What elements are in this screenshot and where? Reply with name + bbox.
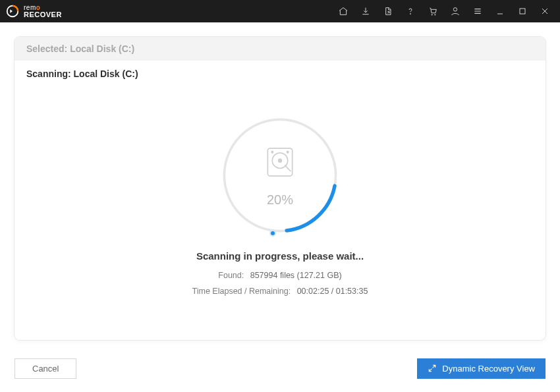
maximize-icon[interactable]	[511, 0, 534, 22]
export-icon[interactable]	[377, 0, 399, 22]
svg-point-11	[271, 151, 273, 152]
scan-status-message: Scanning in progress, please wait...	[196, 250, 364, 262]
svg-point-2	[432, 14, 432, 15]
progress-percent: 20%	[267, 192, 293, 208]
svg-point-1	[410, 14, 411, 14]
svg-point-10	[279, 159, 282, 162]
minimize-icon[interactable]	[489, 0, 511, 22]
svg-point-3	[435, 14, 435, 15]
time-label: Time Elapsed / Remaining:	[192, 287, 291, 296]
found-label: Found:	[218, 271, 244, 280]
scan-body: 20% Scanning in progress, please wait...…	[14, 87, 546, 340]
time-value: 00:02:25 / 01:53:35	[297, 287, 368, 296]
content-area: Selected: Local Disk (C:) Scanning: Loca…	[0, 22, 560, 354]
selected-header: Selected: Local Disk (C:)	[14, 37, 546, 61]
close-icon[interactable]	[534, 0, 556, 22]
titlebar-actions	[332, 0, 556, 22]
scanning-header: Scanning: Local Disk (C:)	[14, 61, 546, 87]
logo-text: remo RECOVER	[24, 4, 62, 18]
hard-drive-icon	[262, 144, 298, 183]
cart-icon[interactable]	[422, 0, 444, 22]
svg-point-4	[453, 8, 457, 11]
app-logo: remo RECOVER	[5, 4, 62, 18]
footer: Cancel Dynamic Recovery View	[0, 345, 560, 392]
scan-card: Selected: Local Disk (C:) Scanning: Loca…	[14, 37, 546, 340]
home-icon[interactable]	[332, 0, 354, 22]
scan-meta: Found: 857994 files (127.21 GB) Time Ela…	[192, 268, 368, 300]
progress-ring: 20%	[221, 116, 339, 235]
user-icon[interactable]	[444, 0, 466, 22]
svg-rect-5	[520, 9, 525, 14]
titlebar: remo RECOVER	[0, 0, 560, 22]
svg-point-12	[287, 151, 289, 152]
logo-icon	[5, 4, 20, 18]
menu-icon[interactable]	[466, 0, 489, 22]
help-icon[interactable]	[399, 0, 422, 22]
found-value: 857994 files (127.21 GB)	[250, 271, 342, 280]
download-update-icon[interactable]	[354, 0, 377, 22]
cancel-button[interactable]: Cancel	[14, 358, 76, 379]
expand-icon	[428, 364, 437, 373]
dynamic-recovery-view-button[interactable]: Dynamic Recovery View	[417, 358, 546, 379]
